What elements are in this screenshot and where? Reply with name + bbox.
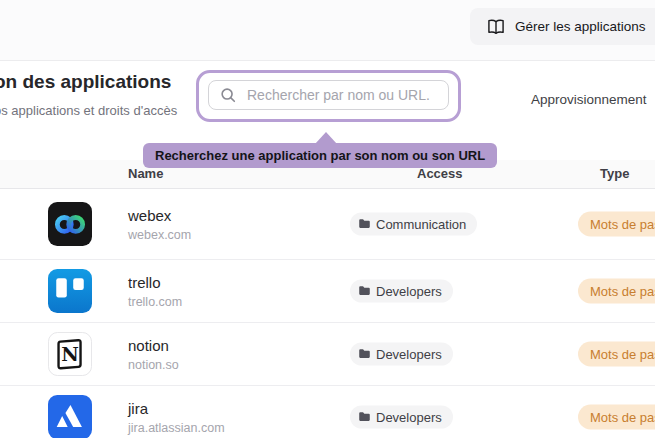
- access-label: Developers: [376, 347, 442, 362]
- app-domain: trello.com: [128, 295, 182, 309]
- page-title: on des applications: [0, 71, 171, 93]
- manage-applications-label: Gérer les applications: [515, 19, 646, 34]
- trello-app-icon: [48, 269, 92, 313]
- type-badge: Mots de passe: [578, 342, 655, 367]
- access-label: Developers: [376, 410, 442, 425]
- app-domain: notion.so: [128, 358, 179, 372]
- access-badge: Developers: [350, 406, 453, 429]
- app-name-block: trello trello.com: [128, 274, 182, 309]
- app-name-block: notion notion.so: [128, 337, 179, 372]
- jira-app-icon: [48, 395, 92, 438]
- table-body: webex webex.com Communication Mots de pa…: [0, 188, 655, 438]
- search-box[interactable]: [208, 80, 449, 110]
- type-badge: Mots de passe: [578, 279, 655, 304]
- access-badge: Developers: [350, 343, 453, 366]
- type-badge: Mots de passe: [578, 405, 655, 430]
- app-name: webex: [128, 206, 191, 223]
- table-row[interactable]: jira jira.atlassian.com Developers Mots …: [0, 386, 655, 438]
- open-book-icon: [486, 17, 506, 37]
- search-tooltip: Recherchez une application par son nom o…: [143, 143, 497, 168]
- search-icon: [219, 86, 237, 104]
- manage-applications-button[interactable]: Gérer les applications: [470, 8, 655, 45]
- tab-provisioning[interactable]: Approvisionnement: [531, 92, 647, 107]
- app-name: trello: [128, 274, 182, 291]
- type-badge: Mots de passe: [578, 211, 655, 236]
- webex-app-icon: [48, 202, 92, 246]
- app-domain: jira.atlassian.com: [128, 421, 225, 435]
- app-domain: webex.com: [128, 227, 191, 241]
- folder-icon: [358, 411, 371, 424]
- search-input[interactable]: [245, 86, 438, 104]
- search-highlight-ring: [196, 70, 461, 122]
- access-label: Developers: [376, 284, 442, 299]
- app-name: jira: [128, 400, 225, 417]
- tooltip-arrow: [315, 132, 337, 144]
- app-management-page: Gérer les applications on des applicatio…: [0, 0, 655, 438]
- app-name-block: jira jira.atlassian.com: [128, 400, 225, 435]
- folder-icon: [358, 285, 371, 298]
- column-header-type: Type: [600, 160, 629, 188]
- notion-app-icon: N: [48, 332, 92, 376]
- access-badge: Communication: [350, 212, 477, 235]
- access-label: Communication: [376, 216, 466, 231]
- page-subtitle: os applications et droits d'accès: [0, 103, 177, 118]
- svg-text:N: N: [61, 343, 79, 366]
- access-badge: Developers: [350, 280, 453, 303]
- table-row[interactable]: trello trello.com Developers Mots de pas…: [0, 260, 655, 323]
- app-name-block: webex webex.com: [128, 206, 191, 241]
- table-row[interactable]: N notion notion.so Developers Mots de pa…: [0, 323, 655, 386]
- folder-icon: [358, 217, 371, 230]
- table-row[interactable]: webex webex.com Communication Mots de pa…: [0, 188, 655, 260]
- app-name: notion: [128, 337, 179, 354]
- folder-icon: [358, 348, 371, 361]
- search-tooltip-text: Recherchez une application par son nom o…: [155, 148, 485, 163]
